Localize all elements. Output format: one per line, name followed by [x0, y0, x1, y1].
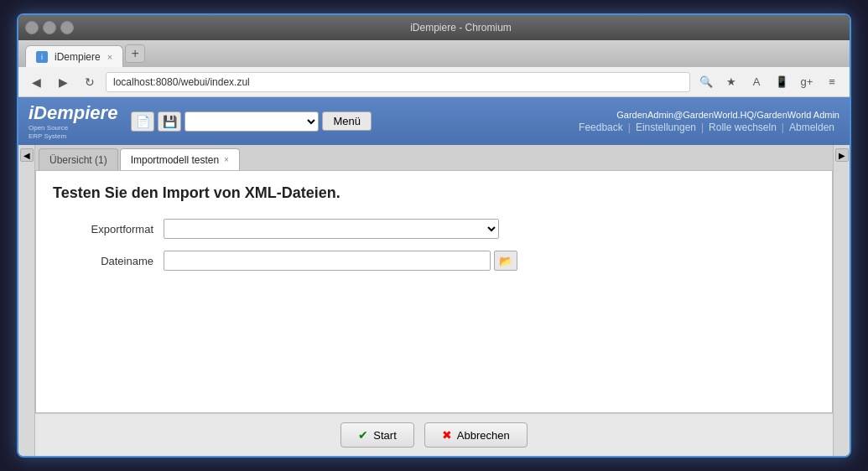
header-right: GardenAdmin@GardenWorld.HQ/GardenWorld A… — [574, 110, 839, 133]
window-max-btn[interactable] — [60, 21, 74, 34]
start-label: Start — [373, 429, 396, 442]
tab-overview-label: Übersicht (1) — [49, 154, 107, 166]
inner-tab-bar: Übersicht (1) Importmodell testen × — [35, 145, 833, 170]
menu-button[interactable]: Menü — [322, 111, 372, 131]
main-area: ◀ Übersicht (1) Importmodell testen × Te… — [18, 145, 850, 456]
cancel-button[interactable]: ✖ Abbrechen — [424, 422, 528, 448]
context-dropdown[interactable] — [185, 111, 319, 132]
header-toolbar: 📄 💾 Menü — [131, 111, 372, 132]
new-record-button[interactable]: 📄 — [131, 111, 154, 132]
export-format-row: Exportformat — [53, 219, 815, 239]
start-button[interactable]: ✔ Start — [340, 422, 413, 448]
app-content: iDempiere Open Source ERP System 📄 💾 Men… — [18, 97, 850, 456]
tab-overview[interactable]: Übersicht (1) — [39, 148, 118, 170]
file-name-row: Dateiname 📂 — [53, 251, 815, 271]
file-input-group: 📂 — [164, 251, 517, 271]
navigation-bar: ◀ ▶ ↻ 🔍 ★ A 📱 g+ ≡ — [18, 67, 850, 97]
forward-button[interactable]: ▶ — [52, 71, 74, 93]
feedback-link[interactable]: Feedback — [574, 122, 628, 133]
right-expand-icon[interactable]: ▶ — [835, 148, 849, 162]
zoom-icon[interactable]: 🔍 — [695, 71, 717, 93]
export-format-label: Exportformat — [53, 223, 153, 236]
x-icon: ✖ — [442, 428, 452, 442]
tab-label: iDempiere — [55, 51, 101, 63]
export-format-select[interactable] — [164, 219, 499, 239]
window-controls — [25, 21, 74, 34]
app-header: iDempiere Open Source ERP System 📄 💾 Men… — [18, 97, 850, 145]
new-tab-button[interactable]: + — [125, 44, 145, 63]
tab-favicon: i — [36, 51, 48, 63]
content-area: Übersicht (1) Importmodell testen × Test… — [35, 145, 833, 456]
logo-text: iDempiere — [29, 102, 117, 124]
file-name-input[interactable] — [164, 251, 491, 271]
form-title: Testen Sie den Import von XML-Dateien. — [53, 184, 815, 202]
file-name-label: Dateiname — [53, 255, 153, 267]
sidebar-toggle[interactable]: ◀ — [18, 145, 35, 456]
header-links: Feedback | Einstellungen | Rolle wechsel… — [574, 122, 839, 133]
window-min-btn[interactable] — [43, 21, 56, 34]
browser-tab-idempiere[interactable]: i iDempiere × — [25, 45, 123, 67]
bookmark-icon[interactable]: ★ — [720, 71, 742, 93]
settings-link[interactable]: Einstellungen — [631, 122, 701, 133]
phone-icon[interactable]: 📱 — [771, 71, 793, 93]
logo-area: iDempiere Open Source ERP System — [29, 102, 117, 140]
bottom-action-bar: ✔ Start ✖ Abbrechen — [35, 413, 833, 456]
refresh-button[interactable]: ↻ — [79, 71, 101, 93]
right-panel-toggle[interactable]: ▶ — [833, 145, 850, 456]
translate-icon[interactable]: A — [746, 71, 767, 93]
logo-sub: Open Source ERP System — [29, 124, 117, 140]
browser-tab-bar: i iDempiere × + — [18, 40, 850, 67]
cancel-label: Abbrechen — [457, 429, 510, 442]
file-browse-button[interactable]: 📂 — [494, 251, 517, 271]
browser-window: iDempiere - Chromium i iDempiere × + ◀ ▶… — [17, 13, 851, 458]
window-close-btn[interactable] — [25, 21, 39, 34]
tab-import-label: Importmodell testen — [131, 154, 219, 166]
check-icon: ✔ — [358, 428, 368, 442]
menu-icon[interactable]: ≡ — [821, 71, 843, 93]
tab-import[interactable]: Importmodell testen × — [120, 148, 240, 170]
gplus-icon[interactable]: g+ — [796, 71, 818, 93]
save-record-button[interactable]: 💾 — [158, 111, 181, 132]
user-info: GardenAdmin@GardenWorld.HQ/GardenWorld A… — [574, 110, 839, 120]
window-title: iDempiere - Chromium — [79, 22, 843, 34]
switch-role-link[interactable]: Rolle wechseln — [704, 122, 782, 133]
address-bar[interactable] — [106, 72, 690, 92]
tab-import-close[interactable]: × — [224, 155, 229, 164]
back-button[interactable]: ◀ — [25, 71, 47, 93]
title-bar: iDempiere - Chromium — [18, 15, 850, 40]
form-panel: Testen Sie den Import von XML-Dateien. E… — [35, 170, 833, 413]
logout-link[interactable]: Abmelden — [784, 122, 839, 133]
nav-icons: 🔍 ★ A 📱 g+ ≡ — [695, 71, 843, 93]
tab-close-btn[interactable]: × — [107, 52, 112, 62]
sidebar-collapse-icon[interactable]: ◀ — [20, 148, 34, 162]
